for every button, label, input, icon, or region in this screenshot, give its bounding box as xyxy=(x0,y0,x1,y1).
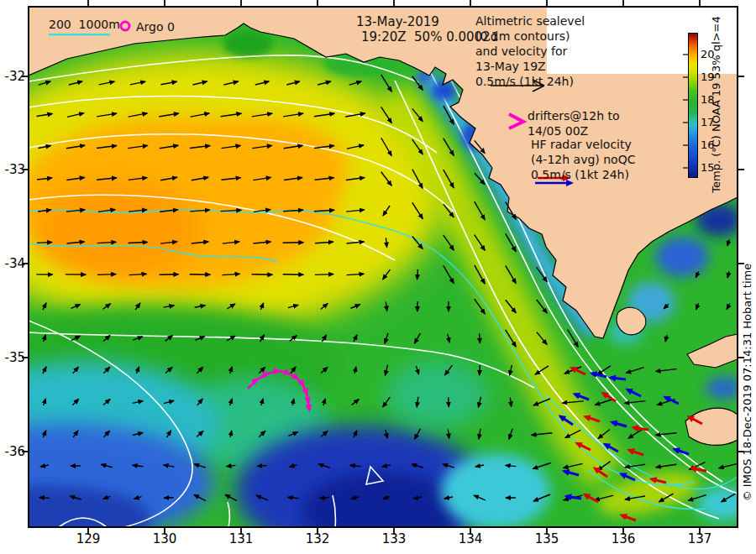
credit-text: © IMOS 18-Dec-2019 07:14:31 Hobart time xyxy=(741,236,753,530)
x-tick-label: 135 xyxy=(528,531,565,546)
colorbar xyxy=(688,33,698,178)
map-title-line1: 13-May-2019 xyxy=(356,14,439,29)
x-tick-label: 130 xyxy=(146,531,183,546)
altimetric-annotation: Altimetric sealevel(0.1m contours)and ve… xyxy=(475,13,585,89)
x-tick-label: 134 xyxy=(452,531,489,546)
x-tick-label: 136 xyxy=(605,531,642,546)
x-tick-label: 131 xyxy=(223,531,260,546)
y-tick-label: -32 xyxy=(0,69,25,84)
map-canvas xyxy=(0,0,756,554)
x-tick-label: 129 xyxy=(70,531,107,546)
bathy-legend-label: 200 1000m xyxy=(49,17,120,32)
argo-legend-label: Argo 0 xyxy=(136,19,175,34)
drifters-annotation: drifters@12h to14/05 00Z xyxy=(528,108,620,138)
y-tick-label: -35 xyxy=(0,350,25,365)
hf-radar-annotation: HF radar velocity(4-12h avg) noQC0.5m/s … xyxy=(531,137,635,182)
x-tick-label: 133 xyxy=(375,531,412,546)
ocean-current-map-figure: { "header": { "bathy_legend": "200 1000m… xyxy=(0,0,756,554)
y-tick-label: -34 xyxy=(0,256,25,271)
yorke-foot-island xyxy=(617,307,646,334)
y-tick-label: -36 xyxy=(0,444,25,459)
colorbar-title: Temp. (°C) NOAA 19 53% ql>=4 xyxy=(710,4,722,206)
bathy-legend-line xyxy=(49,34,110,35)
x-tick-label: 137 xyxy=(681,531,718,546)
y-tick-label: -33 xyxy=(0,162,25,177)
x-tick-label: 132 xyxy=(299,531,336,546)
